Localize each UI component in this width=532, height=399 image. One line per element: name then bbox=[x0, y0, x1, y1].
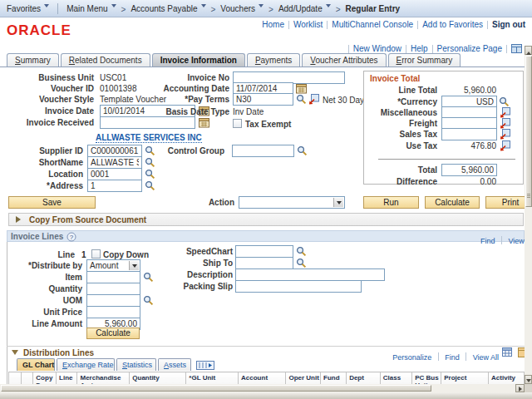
help-icon[interactable]: ? bbox=[66, 232, 76, 242]
lookup-icon[interactable] bbox=[145, 180, 155, 191]
breadcrumb-separator bbox=[264, 1, 278, 16]
lookup-icon[interactable] bbox=[296, 246, 307, 257]
separator bbox=[501, 236, 502, 244]
total-field[interactable] bbox=[441, 164, 497, 176]
line-calculate-button[interactable]: Calculate bbox=[86, 328, 140, 339]
breadcrumb-main-menu-label: Main Menu bbox=[66, 4, 107, 13]
speedchart-field[interactable] bbox=[235, 245, 293, 258]
column-fund: Fund bbox=[321, 372, 347, 385]
collapse-arrow-icon[interactable] bbox=[12, 350, 18, 358]
transfer-icon[interactable] bbox=[500, 107, 510, 118]
show-all-columns-icon[interactable] bbox=[196, 361, 214, 370]
distribution-grid: Copy Down Line Merchandise Amt Quantity … bbox=[8, 372, 525, 384]
shortname-field[interactable] bbox=[87, 156, 142, 169]
action-select[interactable] bbox=[239, 196, 345, 209]
control-group-field[interactable] bbox=[232, 145, 294, 157]
help-link[interactable]: Help bbox=[411, 44, 428, 53]
tab-invoice-information[interactable]: Invoice Information bbox=[152, 53, 245, 66]
lookup-icon[interactable] bbox=[143, 295, 154, 306]
lookup-icon[interactable] bbox=[145, 169, 155, 180]
dist-view-all-link[interactable]: View All bbox=[473, 353, 499, 362]
invoice-received-field[interactable] bbox=[100, 116, 195, 129]
run-button[interactable]: Run bbox=[363, 196, 419, 209]
new-window-link[interactable]: New Window bbox=[353, 44, 401, 53]
breadcrumb-vouchers-label: Vouchers bbox=[220, 4, 255, 13]
grid-tab-assets[interactable]: Assets bbox=[158, 358, 191, 371]
transfer-icon[interactable] bbox=[500, 140, 510, 151]
column-select bbox=[9, 372, 22, 385]
lookup-icon[interactable] bbox=[145, 157, 155, 168]
tax-exempt-label: Tax Exempt bbox=[245, 120, 291, 129]
scroll-down-button[interactable] bbox=[525, 375, 532, 384]
page-links: New Window Help Personalize Page bbox=[344, 44, 522, 53]
breadcrumb: Favorites Main Menu Accounts Payable Vou… bbox=[0, 0, 532, 17]
column-copy-down: Copy Down bbox=[33, 372, 57, 385]
packing-slip-field[interactable] bbox=[235, 280, 362, 293]
grid-tab-statistics[interactable]: Statistics bbox=[116, 358, 156, 371]
tax-exempt-checkbox[interactable] bbox=[233, 119, 242, 128]
home-link[interactable]: Home bbox=[262, 20, 284, 29]
arrow-up-icon bbox=[526, 49, 531, 55]
breadcrumb-favorites[interactable]: Favorites bbox=[7, 4, 49, 13]
dist-find-link[interactable]: Find bbox=[445, 353, 460, 362]
location-field[interactable] bbox=[87, 168, 142, 180]
scroll-right-button[interactable] bbox=[515, 384, 525, 392]
supplier-name-link[interactable]: ALLWASTE SERVICES INC bbox=[96, 133, 202, 143]
separator bbox=[487, 21, 488, 29]
speedchart-label: SpeedChart bbox=[126, 247, 233, 256]
grid-tab-gl-chart[interactable]: GL Chart bbox=[17, 358, 55, 371]
tab-error-summary[interactable]: Error Summary bbox=[388, 53, 461, 66]
copy-down-checkbox[interactable] bbox=[91, 249, 101, 259]
view-all-link[interactable]: View All bbox=[508, 237, 525, 245]
description-field[interactable] bbox=[235, 268, 385, 281]
copy-from-source-section[interactable]: Copy From Source Document bbox=[8, 213, 524, 226]
scroll-up-button[interactable] bbox=[525, 46, 532, 55]
breadcrumb-separator bbox=[206, 1, 221, 16]
lookup-icon[interactable] bbox=[296, 258, 307, 268]
separator bbox=[506, 45, 507, 53]
arrow-right-icon bbox=[519, 387, 525, 392]
page-grid-icon[interactable] bbox=[511, 44, 522, 53]
sales-tax-field[interactable] bbox=[441, 128, 497, 140]
vertical-scrollbar-thumb[interactable] bbox=[525, 56, 532, 207]
address-field[interactable] bbox=[87, 180, 142, 192]
calendar-icon[interactable] bbox=[199, 117, 209, 128]
save-button[interactable]: Save bbox=[8, 196, 96, 209]
multichannel-console-link[interactable]: MultiChannel Console bbox=[332, 20, 413, 29]
tab-payments[interactable]: Payments bbox=[247, 53, 300, 66]
breadcrumb-vouchers[interactable]: Vouchers bbox=[220, 4, 264, 13]
personalize-link[interactable]: Personalize bbox=[392, 353, 431, 362]
calculate-button[interactable]: Calculate bbox=[425, 196, 480, 209]
grid-tab-exchange-rate[interactable]: Exchange Rate bbox=[57, 358, 115, 371]
tab-summary[interactable]: Summary bbox=[7, 53, 59, 66]
transfer-icon[interactable] bbox=[308, 94, 319, 105]
distribution-divider bbox=[7, 346, 525, 347]
breadcrumb-accounts-payable[interactable]: Accounts Payable bbox=[131, 4, 205, 13]
horizontal-scrollbar-thumb[interactable] bbox=[1, 385, 431, 392]
uom-field[interactable] bbox=[86, 294, 140, 307]
tab-related-documents[interactable]: Related Documents bbox=[61, 53, 150, 66]
calendar-icon[interactable] bbox=[296, 83, 307, 94]
distribution-links: Personalize Find View All bbox=[378, 348, 499, 363]
transfer-icon[interactable] bbox=[500, 129, 510, 140]
add-to-favorites-link[interactable]: Add to Favorites bbox=[422, 20, 483, 29]
lookup-icon[interactable] bbox=[297, 145, 308, 156]
tab-voucher-attributes[interactable]: Voucher Attributes bbox=[302, 53, 386, 66]
separator bbox=[288, 21, 289, 29]
pay-terms-field[interactable] bbox=[233, 93, 293, 106]
worklist-link[interactable]: Worklist bbox=[293, 20, 323, 29]
unit-price-field[interactable] bbox=[86, 306, 140, 318]
column-flag bbox=[21, 372, 33, 385]
expand-arrow-icon[interactable] bbox=[16, 216, 24, 223]
lookup-icon[interactable] bbox=[499, 96, 510, 107]
download-grid-icon[interactable] bbox=[502, 347, 513, 357]
distribute-by-label: *Distribute by bbox=[0, 261, 82, 270]
breadcrumb-main-menu[interactable]: Main Menu bbox=[66, 4, 116, 13]
sign-out-link[interactable]: Sign out bbox=[492, 20, 525, 29]
personalize-page-link[interactable]: Personalize Page bbox=[437, 44, 502, 53]
find-link[interactable]: Find bbox=[480, 237, 495, 245]
ship-to-field[interactable] bbox=[235, 257, 293, 269]
lookup-icon[interactable] bbox=[296, 94, 307, 105]
breadcrumb-add-update[interactable]: Add/Update bbox=[278, 4, 331, 13]
transfer-icon[interactable] bbox=[500, 118, 510, 129]
